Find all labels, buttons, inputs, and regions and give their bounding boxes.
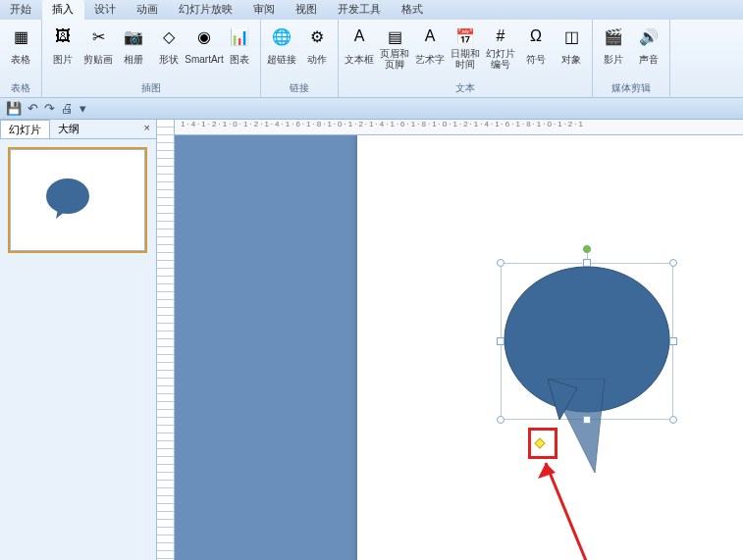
ribbon-btn-label: 形状 <box>159 48 179 70</box>
ribbon-btn-label: 图片 <box>53 48 73 70</box>
edit-column: 1·4·1·2·1·0·1·2·1·4·1·6·1·8·1·0·1·2·1·4·… <box>175 120 743 560</box>
ribbon-btn-3-2[interactable]: A艺术字 <box>413 24 447 72</box>
undo-icon[interactable]: ↶ <box>27 101 38 116</box>
slides-panel: 幻灯片 大纲 × <box>0 120 157 560</box>
ribbon-btn-label: 声音 <box>639 48 659 70</box>
声音-icon: 🔊 <box>638 25 660 47</box>
svg-point-0 <box>46 178 89 214</box>
tab-slideshow[interactable]: 幻灯片放映 <box>169 0 243 20</box>
剪贴画-icon: ✂ <box>87 25 109 47</box>
图表-icon: 📊 <box>229 25 250 47</box>
tab-home[interactable]: 开始 <box>0 0 42 20</box>
ribbon-btn-label: SmartArt <box>185 48 223 70</box>
panel-tab-slides[interactable]: 幻灯片 <box>0 120 50 138</box>
ribbon-btn-3-0[interactable]: A文本框 <box>343 24 376 72</box>
vertical-ruler <box>157 120 175 560</box>
redo-icon[interactable]: ↷ <box>44 101 55 116</box>
tab-view[interactable]: 视图 <box>286 0 328 20</box>
ribbon-group-0: ▦表格表格 <box>0 20 42 97</box>
ribbon-btn-label: 表格 <box>11 48 30 70</box>
ribbon-btn-label: 页眉和页脚 <box>378 48 411 70</box>
ribbon-btn-4-0[interactable]: 🎬影片 <box>597 24 630 72</box>
对象-icon: ◫ <box>560 25 582 47</box>
ribbon-btn-2-0[interactable]: 🌐超链接 <box>265 24 298 72</box>
main-area: 幻灯片 大纲 × 1·4·1·2·1·0·1·2·1·4·1·6·1·8·1·0… <box>0 120 743 560</box>
selected-shape[interactable] <box>501 263 673 420</box>
svg-marker-3 <box>538 463 556 479</box>
ribbon-btn-1-4[interactable]: ◉SmartArt <box>187 24 221 72</box>
ribbon-btn-label: 日期和时间 <box>449 48 482 70</box>
handle-bottom-mid[interactable] <box>583 416 591 424</box>
tab-design[interactable]: 设计 <box>84 0 127 20</box>
艺术字-icon: A <box>419 25 441 47</box>
ribbon-btn-label: 相册 <box>124 48 143 70</box>
ribbon-btn-label: 剪贴画 <box>83 48 113 70</box>
panel-tab-outline[interactable]: 大纲 <box>50 120 87 138</box>
horizontal-ruler: 1·4·1·2·1·0·1·2·1·4·1·6·1·8·1·0·1·2·1·4·… <box>175 120 743 135</box>
ribbon-btn-1-5[interactable]: 📊图表 <box>223 24 256 72</box>
ribbon-btn-label: 对象 <box>561 48 581 70</box>
handle-bottom-right[interactable] <box>669 416 677 424</box>
handle-top-left[interactable] <box>497 259 504 267</box>
相册-icon: 📷 <box>123 25 144 47</box>
panel-close-button[interactable]: × <box>144 122 150 133</box>
形状-icon: ◇ <box>158 25 180 47</box>
annotation-arrow <box>450 439 646 560</box>
ribbon-group-1: 🖼图片✂剪贴画📷相册◇形状◉SmartArt📊图表插图 <box>42 20 261 97</box>
handle-mid-right[interactable] <box>669 337 677 345</box>
handle-top-right[interactable] <box>669 259 677 267</box>
ribbon-btn-label: 艺术字 <box>415 48 445 70</box>
符号-icon: Ω <box>525 25 547 47</box>
tab-insert[interactable]: 插入 <box>42 0 84 20</box>
tab-animation[interactable]: 动画 <box>127 0 169 20</box>
ribbon-btn-label: 超链接 <box>267 48 296 70</box>
group-label: 插图 <box>46 81 256 97</box>
幻灯片编号-icon: # <box>490 25 511 47</box>
handle-bottom-left[interactable] <box>497 416 504 424</box>
tab-developer[interactable]: 开发工具 <box>328 0 392 20</box>
文本框-icon: A <box>348 25 370 47</box>
group-label: 文本 <box>343 81 588 97</box>
表格-icon: ▦ <box>10 25 31 47</box>
SmartArt-icon: ◉ <box>193 25 215 47</box>
ribbon-btn-1-3[interactable]: ◇形状 <box>152 24 186 72</box>
panel-tabs: 幻灯片 大纲 × <box>0 120 156 139</box>
svg-line-2 <box>546 463 641 560</box>
ribbon-btn-4-1[interactable]: 🔊声音 <box>632 24 665 72</box>
ribbon-btn-label: 幻灯片编号 <box>484 48 517 70</box>
slide-thumbnail-1[interactable] <box>10 149 145 251</box>
tab-review[interactable]: 审阅 <box>243 0 286 20</box>
group-label: 媒体剪辑 <box>597 81 665 97</box>
print-icon[interactable]: 🖨 <box>61 101 74 116</box>
handle-mid-left[interactable] <box>497 337 504 345</box>
canvas[interactable] <box>175 135 743 560</box>
ribbon-btn-3-5[interactable]: Ω符号 <box>519 24 553 72</box>
ribbon-btn-3-1[interactable]: ▤页眉和页脚 <box>378 24 411 72</box>
ribbon-btn-label: 动作 <box>307 48 327 70</box>
ribbon-btn-1-2[interactable]: 📷相册 <box>117 24 150 72</box>
超链接-icon: 🌐 <box>271 25 292 47</box>
qat-more-icon[interactable]: ▾ <box>80 101 86 116</box>
save-icon[interactable]: 💾 <box>6 101 22 116</box>
tab-format[interactable]: 格式 <box>392 0 434 20</box>
handle-top-mid[interactable] <box>583 259 591 267</box>
ribbon-btn-0-0[interactable]: ▦表格 <box>4 24 37 72</box>
quick-access-toolbar: 💾 ↶ ↷ 🖨 ▾ <box>0 98 743 120</box>
影片-icon: 🎬 <box>603 25 624 47</box>
ribbon-btn-3-3[interactable]: 📅日期和时间 <box>449 24 482 72</box>
group-label: 表格 <box>4 81 37 97</box>
ribbon-tabs: 开始 插入 设计 动画 幻灯片放映 审阅 视图 开发工具 格式 <box>0 0 743 20</box>
ribbon-btn-3-4[interactable]: #幻灯片编号 <box>484 24 517 72</box>
ribbon: ▦表格表格🖼图片✂剪贴画📷相册◇形状◉SmartArt📊图表插图🌐超链接⚙动作链… <box>0 20 743 98</box>
ribbon-btn-1-0[interactable]: 🖼图片 <box>46 24 80 72</box>
日期和时间-icon: 📅 <box>454 25 476 47</box>
rotation-handle[interactable] <box>583 245 591 253</box>
ribbon-btn-label: 文本框 <box>345 48 374 70</box>
ribbon-btn-2-1[interactable]: ⚙动作 <box>300 24 334 72</box>
group-label: 链接 <box>265 81 334 97</box>
ribbon-group-2: 🌐超链接⚙动作链接 <box>261 20 339 97</box>
ribbon-btn-label: 图表 <box>230 48 249 70</box>
ribbon-btn-1-1[interactable]: ✂剪贴画 <box>81 24 115 72</box>
ribbon-btn-label: 影片 <box>604 48 623 70</box>
ribbon-btn-3-6[interactable]: ◫对象 <box>555 24 588 72</box>
